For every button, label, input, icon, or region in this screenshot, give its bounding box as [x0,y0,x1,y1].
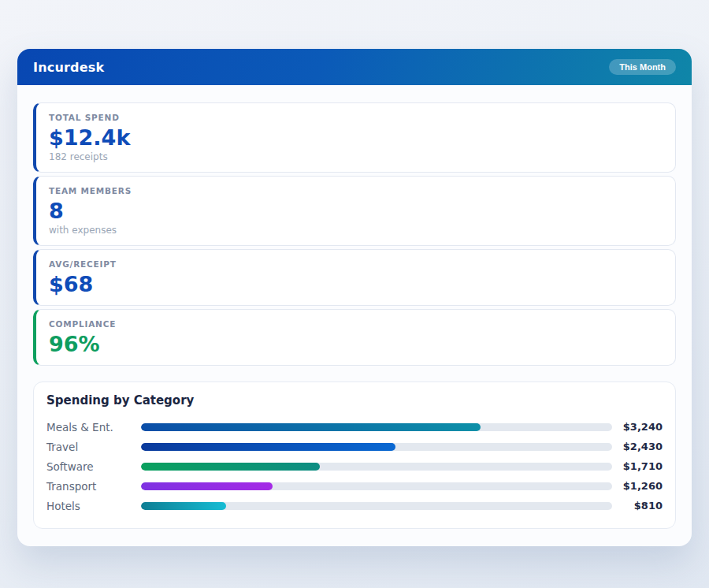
chart-row-travel: Travel $2,430 [46,437,663,456]
stat-subtext: with expenses [49,225,663,236]
category-value: $1,710 [612,460,663,472]
stat-value: $12.4k [49,126,663,150]
dashboard-panel: Incurdesk This Month TOTAL SPEND $12.4k … [17,49,692,546]
category-label: Travel [46,441,141,453]
bar-track [141,443,612,451]
stat-card-team-members: TEAM MEMBERS 8 with expenses [33,176,676,246]
chart-row-meals: Meals & Ent. $3,240 [46,417,663,437]
stat-value: 96% [49,333,663,356]
bar-fill [141,482,273,490]
bar-track [141,502,612,510]
stat-card-total-spend: TOTAL SPEND $12.4k 182 receipts [33,102,676,173]
app-title: Incurdesk [33,60,104,75]
bar-track [141,463,612,471]
category-label: Software [46,460,141,473]
category-label: Transport [46,480,141,493]
stat-label: COMPLIANCE [49,318,663,329]
stat-card-compliance: COMPLIANCE 96% [33,309,676,366]
chart-row-hotels: Hotels $810 [46,496,663,515]
bar-fill [141,502,226,510]
panel-header: Incurdesk This Month [17,49,692,85]
category-value: $3,240 [612,421,663,433]
stat-card-avg-receipt: AVG/RECEIPT $68 [33,249,676,306]
stat-value: 8 [49,199,663,223]
bar-fill [141,443,395,451]
stat-value: $68 [49,273,663,296]
stat-label: TEAM MEMBERS [49,185,663,196]
spending-by-category-card: Spending by Category Meals & Ent. $3,240… [33,381,676,529]
period-badge[interactable]: This Month [609,59,676,75]
bar-track [141,482,612,490]
bar-fill [141,423,481,431]
stat-label: TOTAL SPEND [49,112,663,123]
category-value: $1,260 [612,480,663,492]
category-value: $2,430 [612,441,663,452]
chart-row-transport: Transport $1,260 [46,476,663,496]
stat-subtext: 182 receipts [49,151,663,163]
bar-track [141,423,612,431]
category-label: Hotels [46,500,141,512]
panel-content: TOTAL SPEND $12.4k 182 receipts TEAM MEM… [17,85,692,546]
category-label: Meals & Ent. [46,421,141,434]
category-value: $810 [612,500,663,512]
stat-label: AVG/RECEIPT [49,259,663,270]
chart-title: Spending by Category [46,393,663,408]
bar-fill [141,463,320,471]
chart-row-software: Software $1,710 [46,456,663,476]
